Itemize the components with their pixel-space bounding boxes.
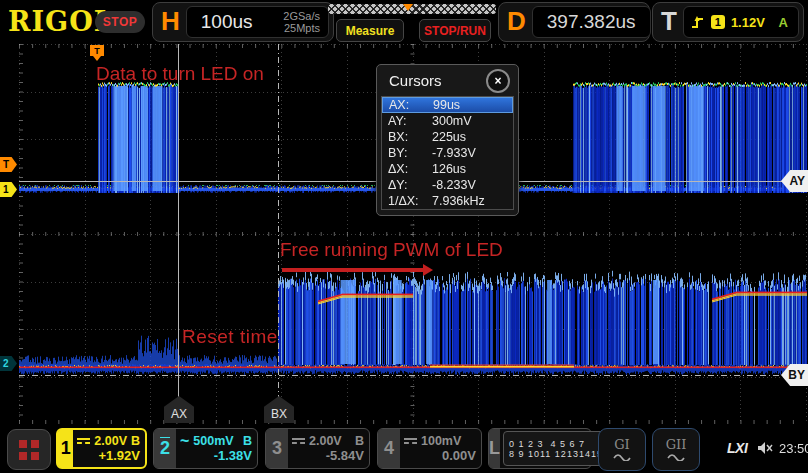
channel1-number: 1 (58, 430, 73, 467)
trigger-block[interactable]: T 1 1.12V A (652, 2, 804, 42)
close-icon[interactable]: × (486, 69, 510, 93)
memory-position-bar[interactable] (328, 4, 496, 14)
channel3-offset: -5.84V (292, 448, 364, 463)
channel1-bandwidth: B (131, 434, 140, 448)
trigger-box: 1 1.12V A (683, 6, 799, 38)
cursor-bx-text: BX (271, 407, 287, 421)
cursors-readout-list: AX:99us AY:300mV BX:225us BY:-7.933V ΔX:… (381, 96, 514, 210)
generator2-label: GII (666, 438, 687, 451)
channel2-bandwidth: B (243, 434, 252, 448)
trigger-level-value: 1.12V (731, 15, 765, 30)
cursor-row-dx[interactable]: ΔX:126us (382, 161, 513, 177)
logic-channels-block[interactable]: L 0 1 2 3 4 5 6 7 8 9 1011 12131415 (488, 428, 592, 469)
dc-coupling-icon (77, 438, 90, 444)
ac-coupling-icon: ~ (180, 436, 189, 446)
cursor-row-bx[interactable]: BX:225us (382, 129, 513, 145)
cursor-ax-text: AX (171, 407, 187, 421)
sine-wave-icon (612, 451, 632, 461)
system-clock: 23:50 (779, 441, 808, 456)
channel4-number: 4 (378, 429, 400, 468)
generator1-label: GI (614, 438, 630, 451)
acquisition-status-badge: STOP (95, 11, 145, 33)
channel1-block[interactable]: 1 2.00V B +1.92V (56, 428, 147, 469)
trigger-mode: A (779, 15, 792, 30)
trigger-source-badge: 1 (711, 15, 725, 29)
cursor-row-by[interactable]: BY:-7.933V (382, 145, 513, 161)
trigger-label: T (653, 6, 683, 39)
cursor-row-ax[interactable]: AX:99us (382, 97, 513, 113)
delay-box: 397.382us (532, 6, 651, 38)
bottom-status-bar: 1 2.00V B +1.92V 2 ~ 500mV B -1.38V (0, 425, 808, 473)
delay-value: 397.382us (533, 11, 650, 33)
cursor-by-text: BY (788, 368, 805, 382)
sine-wave-icon (666, 451, 686, 461)
timebase-box: 100us 2GSa/s 25Mpts (186, 6, 329, 38)
cursor-row-freq[interactable]: 1/ΔX:7.936kHz (382, 193, 513, 209)
horizontal-label: H (153, 6, 186, 39)
trigger-position-letter: T (94, 46, 100, 56)
rising-edge-icon (690, 15, 705, 29)
speaker-muted-icon[interactable] (757, 441, 775, 455)
cursors-panel: Cursors × AX:99us AY:300mV BX:225us BY:-… (376, 64, 519, 216)
annotation-pwm: Free running PWM of LED (280, 239, 503, 261)
delay-label: D (499, 6, 532, 39)
channel3-bandwidth: B (355, 434, 364, 448)
annotation-reset: Reset time (182, 326, 278, 348)
timebase-value: 100us (187, 11, 263, 33)
channel3-block[interactable]: 3 2.00V B -5.84V (265, 428, 370, 469)
trigger-position-flag[interactable]: T (90, 45, 104, 56)
cursor-ay-text: AY (789, 174, 805, 188)
memory-trigger-marker (403, 4, 413, 11)
cursor-row-dy[interactable]: ΔY:-8.233V (382, 177, 513, 193)
channel3-scale: 2.00V (309, 434, 342, 448)
dc-coupling-icon (292, 438, 305, 444)
dc-coupling-icon (404, 438, 417, 444)
delay-block[interactable]: D 397.382us (498, 2, 650, 42)
menu-grid-icon[interactable] (7, 429, 51, 470)
channel2-number: 2 (154, 429, 176, 468)
channel2-block[interactable]: 2 ~ 500mV B -1.38V (153, 428, 258, 469)
annotation-arrow (282, 268, 424, 272)
cursors-panel-header[interactable]: Cursors × (377, 65, 518, 96)
generator1-button[interactable]: GI (598, 428, 646, 471)
stop-run-button[interactable]: STOP/RUN (419, 19, 491, 42)
generator2-button[interactable]: GII (652, 428, 700, 471)
channel2-offset: -1.38V (180, 448, 252, 463)
channel4-offset: 0.00V (404, 448, 476, 463)
cursor-row-ay[interactable]: AY:300mV (382, 113, 513, 129)
annotation-data-led: Data to turn LED on (96, 63, 264, 85)
channel4-block[interactable]: 4 100mV 0.00V (377, 428, 482, 469)
horizontal-settings-block[interactable]: H 100us 2GSa/s 25Mpts (152, 2, 334, 42)
measure-button[interactable]: Measure (336, 19, 404, 42)
channel1-scale: 2.00V (94, 434, 127, 448)
logic-label: L (489, 429, 500, 468)
channel2-scale: 500mV (193, 434, 233, 448)
oscilloscope-screen: RIGOL STOP H 100us 2GSa/s 25Mpts Measure… (0, 0, 808, 473)
channel3-number: 3 (266, 429, 288, 468)
sample-rate: 2GSa/s 25Mpts (283, 10, 328, 34)
logic-channel-numbers: 0 1 2 3 4 5 6 7 8 9 1011 12131415 (503, 431, 609, 466)
channel1-offset: +1.92V (77, 448, 140, 463)
cursors-panel-title: Cursors (389, 72, 442, 89)
channel4-scale: 100mV (421, 434, 461, 448)
lxi-logo: LXI (727, 440, 747, 456)
